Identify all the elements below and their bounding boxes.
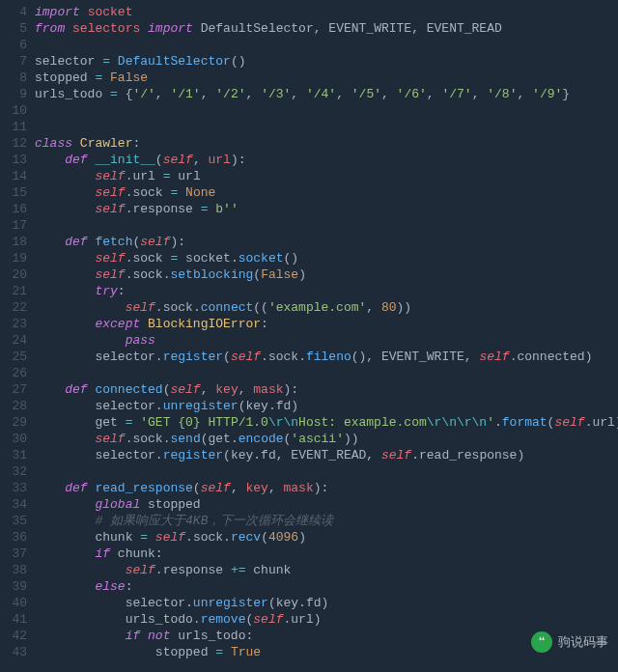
token: fetch: [95, 235, 132, 249]
watermark-text: 驹说码事: [558, 633, 608, 651]
token: self: [95, 267, 125, 282]
code-line[interactable]: import socket: [35, 4, 618, 20]
token: self: [155, 530, 185, 545]
code-line[interactable]: class Crawler:: [35, 135, 618, 152]
line-number: 21: [4, 283, 27, 299]
token: [178, 185, 185, 200]
token: (: [268, 596, 276, 610]
code-line[interactable]: chunk = self.sock.recv(4096): [35, 529, 618, 546]
token: .: [494, 415, 502, 430]
token: ,: [231, 481, 246, 495]
code-line[interactable]: urls_todo.remove(self.url): [35, 611, 618, 628]
code-line[interactable]: pass: [35, 332, 618, 349]
code-line[interactable]: selector.register(key.fd, EVENT_READ, se…: [35, 447, 618, 463]
code-line[interactable]: [35, 102, 618, 119]
token: # 如果响应大于4KB，下一次循环会继续读: [95, 514, 333, 528]
token: .: [155, 563, 163, 577]
token: mask: [284, 481, 314, 495]
token: Host: example.com: [298, 415, 427, 430]
code-line[interactable]: def __init__(self, url):: [35, 152, 618, 168]
token: url: [291, 612, 313, 627]
code-line[interactable]: [35, 463, 618, 480]
code-line[interactable]: get = 'GET {0} HTTP/1.0\r\nHost: example…: [35, 414, 618, 431]
code-area[interactable]: import socketfrom selectors import Defau…: [35, 4, 618, 660]
line-number: 40: [4, 595, 27, 611]
token: selector: [95, 399, 154, 413]
code-line[interactable]: selector.register(self.sock.fileno(), EV…: [35, 349, 618, 365]
code-line[interactable]: [35, 365, 618, 381]
token: .: [298, 350, 306, 364]
token: ,: [366, 300, 381, 315]
code-line[interactable]: self.sock.connect(('example.com', 80)): [35, 299, 618, 316]
line-number: 13: [4, 152, 27, 168]
token: self: [126, 300, 155, 315]
code-line[interactable]: stopped = False: [35, 70, 618, 86]
code-line[interactable]: if chunk:: [35, 546, 618, 562]
token: [140, 21, 148, 36]
code-line[interactable]: self.response = b'': [35, 201, 618, 217]
token: selector: [126, 596, 185, 610]
code-line[interactable]: selector.unregister(key.fd): [35, 595, 618, 611]
code-line[interactable]: global stopped: [35, 496, 618, 513]
token: :: [155, 546, 163, 561]
token: [35, 300, 126, 315]
code-line[interactable]: self.sock.send(get.encode('ascii')): [35, 431, 618, 447]
code-line[interactable]: from selectors import DefaultSelector, E…: [35, 20, 618, 37]
token: [35, 546, 95, 561]
token: self: [95, 185, 125, 200]
token: stopped: [148, 497, 201, 512]
code-line[interactable]: def fetch(self):: [35, 234, 618, 250]
line-number: 32: [4, 463, 27, 480]
token: (: [223, 350, 231, 364]
code-line[interactable]: except BlockingIOError:: [35, 316, 618, 332]
token: [35, 202, 95, 216]
token: ):: [231, 153, 246, 167]
code-line[interactable]: [35, 217, 618, 234]
token: [35, 645, 155, 659]
code-line[interactable]: self.sock.setblocking(False): [35, 266, 618, 283]
token: urls_todo: [178, 629, 245, 643]
token: [35, 579, 95, 594]
token: (: [223, 448, 231, 462]
token: ): [291, 399, 298, 413]
token: remove: [201, 612, 246, 627]
code-line[interactable]: # 如果响应大于4KB，下一次循环会继续读: [35, 513, 618, 529]
token: connected: [95, 382, 162, 397]
token: register: [163, 350, 223, 364]
token: urls_todo: [126, 612, 193, 627]
code-line[interactable]: else:: [35, 578, 618, 595]
line-number: 34: [4, 496, 27, 513]
code-line[interactable]: def connected(self, key, mask):: [35, 381, 618, 398]
token: '/1': [170, 87, 200, 101]
token: stopped: [155, 645, 215, 659]
token: sock: [132, 267, 162, 282]
token: False: [110, 70, 148, 85]
token: [35, 415, 95, 430]
token: fd: [276, 399, 292, 413]
code-line[interactable]: self.url = url: [35, 168, 618, 184]
token: ,: [472, 87, 488, 101]
code-line[interactable]: self.sock = socket.socket(): [35, 250, 618, 266]
token: self: [231, 350, 261, 364]
code-line[interactable]: def read_response(self, key, mask):: [35, 480, 618, 496]
token: __init__: [95, 153, 154, 167]
token: [110, 54, 118, 69]
code-line[interactable]: try:: [35, 283, 618, 299]
code-line[interactable]: selector = DefaultSelector(): [35, 53, 618, 70]
token: EVENT_READ: [427, 21, 502, 36]
code-line[interactable]: self.sock = None: [35, 184, 618, 201]
token: connect: [201, 300, 254, 315]
code-editor[interactable]: 4567891011121314151617181920212223242526…: [0, 0, 618, 660]
token: '/7': [441, 87, 471, 101]
token: self: [381, 448, 411, 462]
code-line[interactable]: [35, 37, 618, 53]
token: :: [132, 136, 140, 151]
token: self: [95, 432, 125, 446]
code-line[interactable]: urls_todo = {'/', '/1', '/2', '/3', '/4'…: [35, 86, 618, 102]
token: def: [65, 481, 87, 495]
code-line[interactable]: self.response += chunk: [35, 562, 618, 578]
token: url: [592, 415, 614, 430]
code-line[interactable]: selector.unregister(key.fd): [35, 398, 618, 414]
code-line[interactable]: [35, 119, 618, 135]
token: fd: [261, 448, 276, 462]
